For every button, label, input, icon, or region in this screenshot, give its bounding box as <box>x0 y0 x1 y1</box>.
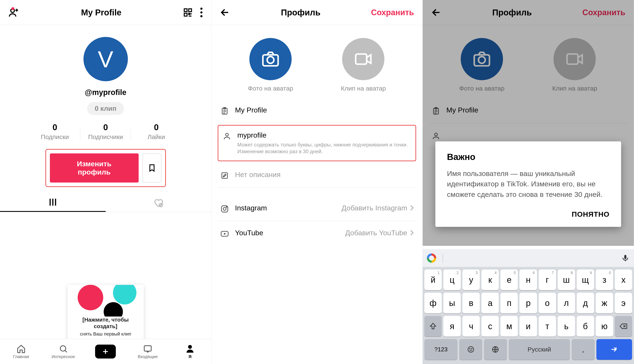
modal-ok-button[interactable]: ПОНЯТНО <box>447 210 609 218</box>
nav-me[interactable]: Я <box>169 344 211 359</box>
key-г[interactable]: г7 <box>539 270 556 290</box>
user-icon <box>222 131 232 140</box>
mode-key[interactable]: ?123 <box>424 339 458 360</box>
key-р[interactable]: р <box>519 293 537 313</box>
modal-text: Имя пользователя — ваш уникальный иденти… <box>447 168 609 200</box>
key-и[interactable]: и <box>519 316 537 336</box>
row-instagram[interactable]: Instagram Добавить Instagram <box>218 196 416 221</box>
edit-profile-button[interactable]: Изменить профиль <box>50 154 139 182</box>
instagram-icon <box>220 204 230 213</box>
avatar-video-option[interactable]: Клип на аватар <box>341 38 386 92</box>
row-youtube[interactable]: YouTube Добавить YouTube <box>218 221 416 246</box>
username-warning-modal: Важно Имя пользователя — ваш уникальный … <box>435 142 621 227</box>
key-б[interactable]: б <box>577 316 594 336</box>
mic-icon[interactable] <box>621 254 629 262</box>
screen-my-profile: My Profile V @myprofile 0 клип 0 Подписк… <box>0 0 211 364</box>
nav-discover[interactable]: Интересное <box>42 344 85 359</box>
google-icon[interactable] <box>427 254 436 263</box>
tab-posts[interactable] <box>0 193 106 212</box>
tab-liked[interactable] <box>106 193 211 212</box>
edit-icon <box>220 170 230 180</box>
key-ж[interactable]: ж <box>596 293 613 313</box>
key-ц[interactable]: ц2 <box>443 270 461 290</box>
svg-rect-17 <box>222 172 228 178</box>
svg-point-20 <box>226 206 227 207</box>
screen-edit-profile: Профиль Сохранить Фото на аватар Клип на… <box>211 0 423 364</box>
page-title: Профиль <box>281 8 320 17</box>
key-п[interactable]: п <box>500 293 518 313</box>
period-key[interactable]: . <box>572 339 595 360</box>
key-л[interactable]: л <box>558 293 575 313</box>
more-icon[interactable] <box>200 8 203 17</box>
avatar[interactable]: V <box>84 37 128 81</box>
space-key[interactable]: Русский <box>509 339 570 360</box>
add-friend-icon[interactable] <box>9 7 20 18</box>
nav-home[interactable]: Главная <box>0 344 42 359</box>
svg-point-5 <box>200 12 202 14</box>
backspace-key[interactable] <box>615 316 632 336</box>
back-icon[interactable] <box>220 7 230 18</box>
keyboard-suggestions <box>423 249 634 267</box>
nav-create[interactable] <box>85 344 127 358</box>
key-ю[interactable]: ю <box>596 316 613 336</box>
key-я[interactable]: я <box>443 316 461 336</box>
bookmarks-button[interactable] <box>142 154 161 182</box>
nav-inbox[interactable]: Входящие <box>127 344 169 359</box>
key-в[interactable]: в <box>462 293 480 313</box>
shift-key[interactable] <box>424 316 442 336</box>
clip-count-badge: 0 клип <box>87 102 124 115</box>
key-с[interactable]: с <box>481 316 499 336</box>
key-ф[interactable]: ф <box>424 293 442 313</box>
key-з[interactable]: з0 <box>596 270 613 290</box>
profile-header: My Profile <box>0 0 211 25</box>
qr-icon[interactable] <box>183 8 193 17</box>
key-ь[interactable]: ь <box>558 316 575 336</box>
avatar-photo-option[interactable]: Фото на аватар <box>248 38 293 92</box>
key-е[interactable]: е5 <box>500 270 518 290</box>
key-н[interactable]: н6 <box>519 270 537 290</box>
svg-point-16 <box>226 133 228 136</box>
bottom-nav: Главная Интересное Входящие Я <box>0 339 211 364</box>
svg-point-10 <box>188 345 192 348</box>
svg-point-30 <box>470 348 470 349</box>
row-display-name[interactable]: My Profile <box>218 98 416 123</box>
edit-form: My Profile myprofile Может содержать тол… <box>211 98 422 246</box>
row-bio[interactable]: Нет описания <box>218 163 416 188</box>
plus-icon <box>95 344 116 358</box>
key-ч[interactable]: ч <box>462 316 480 336</box>
key-к[interactable]: к4 <box>481 270 499 290</box>
svg-rect-28 <box>624 255 626 259</box>
username-handle: @myprofile <box>0 88 211 97</box>
svg-rect-9 <box>144 346 151 351</box>
key-х[interactable]: х <box>615 270 632 290</box>
key-у[interactable]: у3 <box>462 270 480 290</box>
emoji-key[interactable] <box>459 339 482 360</box>
enter-key[interactable] <box>596 339 632 360</box>
key-д[interactable]: д <box>577 293 594 313</box>
content-tabs <box>0 193 211 212</box>
stat-following[interactable]: 0 Подписки <box>30 122 80 140</box>
svg-point-4 <box>200 8 202 10</box>
key-ш[interactable]: ш8 <box>558 270 575 290</box>
screen-edit-profile-modal: Профиль Сохранить Фото на аватар Клип на… <box>423 0 634 364</box>
stat-likes[interactable]: 0 Лайки <box>131 122 182 140</box>
stat-followers[interactable]: 0 Подписчики <box>80 122 131 140</box>
key-т[interactable]: т <box>539 316 556 336</box>
key-щ[interactable]: щ9 <box>577 270 594 290</box>
create-first-clip-card[interactable]: [Нажмите, чтобы создать] снять Ваш первы… <box>68 285 144 343</box>
save-button[interactable]: Сохранить <box>371 8 414 17</box>
svg-point-19 <box>223 208 226 210</box>
key-ы[interactable]: ы <box>443 293 461 313</box>
key-м[interactable]: м <box>500 316 518 336</box>
svg-point-31 <box>472 348 472 349</box>
key-й[interactable]: й1 <box>424 270 442 290</box>
key-о[interactable]: о <box>539 293 556 313</box>
globe-key[interactable] <box>484 339 507 360</box>
svg-rect-2 <box>189 9 191 12</box>
youtube-icon <box>220 229 230 238</box>
key-а[interactable]: а <box>481 293 499 313</box>
row-username[interactable]: myprofile Может содержать только буквы, … <box>218 125 416 161</box>
stats-row: 0 Подписки 0 Подписчики 0 Лайки <box>0 122 211 140</box>
key-э[interactable]: э <box>615 293 632 313</box>
svg-point-29 <box>468 347 474 352</box>
